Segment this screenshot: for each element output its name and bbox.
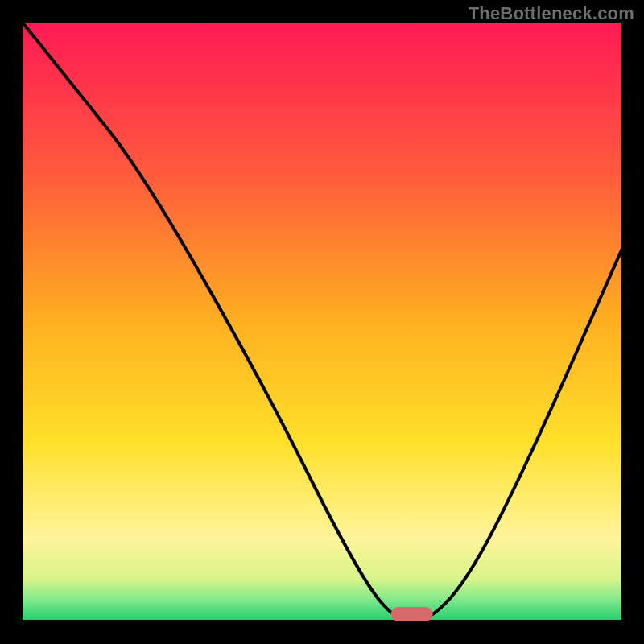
optimal-marker: [391, 607, 433, 621]
plot-background: [23, 23, 621, 621]
chart-frame: TheBottleneck.com: [0, 0, 644, 644]
chart-svg: [23, 23, 621, 621]
watermark-text: TheBottleneck.com: [469, 3, 634, 24]
